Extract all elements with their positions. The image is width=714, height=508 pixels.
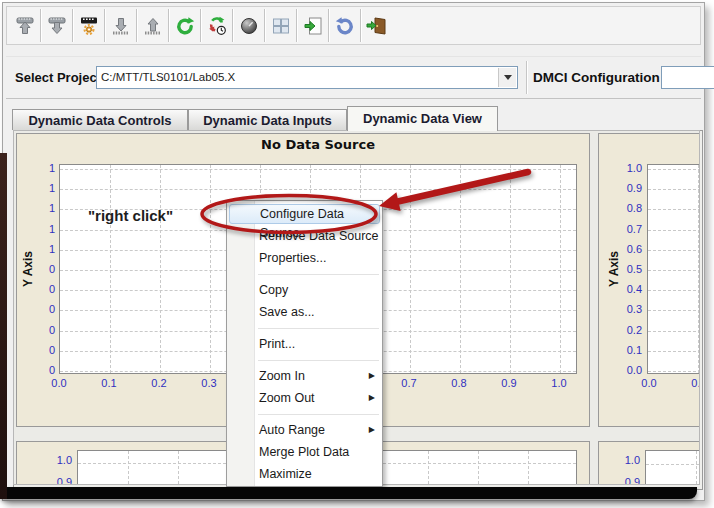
gridline-horizontal xyxy=(648,270,700,271)
menu-item-print[interactable]: Print... xyxy=(227,333,382,355)
gridline-horizontal xyxy=(648,189,700,190)
y-tick-label: 0.1 xyxy=(599,343,642,357)
y-tick-label: 1 xyxy=(17,201,55,215)
y-tick-label: 0 xyxy=(17,282,55,296)
main-toolbar xyxy=(6,6,701,45)
y-tick-label: 0.9 xyxy=(17,475,72,485)
gridline-horizontal xyxy=(648,250,700,251)
submenu-arrow-icon: ▶ xyxy=(369,419,375,441)
gridline-vertical xyxy=(696,451,697,485)
dmci-configuration-label: DMCI Configuration xyxy=(533,66,660,89)
y-tick-label: 1 xyxy=(17,242,55,256)
x-tick-label: 0.3 xyxy=(194,376,224,390)
y-tick-label: 0.6 xyxy=(599,242,642,256)
refresh-icon[interactable] xyxy=(169,9,201,42)
menu-separator xyxy=(227,269,382,279)
x-tick-label: 0.8 xyxy=(444,376,474,390)
y-tick-label: 1 xyxy=(17,161,55,175)
y-tick-label: 1.0 xyxy=(599,453,640,467)
screenshot-bottom-edge xyxy=(0,487,697,499)
tab-dynamic-data-inputs[interactable]: Dynamic Data Inputs xyxy=(188,109,347,130)
y-tick-label: 0.8 xyxy=(599,201,642,215)
read-from-memory-icon[interactable] xyxy=(137,9,169,42)
tab-dynamic-data-view[interactable]: Dynamic Data View xyxy=(347,106,498,131)
chart-panel-top-right: Y Axis 1.00.90.80.70.60.50.40.30.20.10.0… xyxy=(598,133,700,427)
arrow-up-to-device-icon[interactable] xyxy=(9,9,41,42)
y-tick-label: 0.7 xyxy=(599,222,642,236)
y-tick-label: 0.3 xyxy=(599,302,642,316)
menu-item-maximize[interactable]: Maximize xyxy=(227,463,382,485)
menu-item-zoom-out[interactable]: Zoom Out▶ xyxy=(227,387,382,409)
screenshot-left-edge xyxy=(0,153,7,499)
y-tick-label: 0.0 xyxy=(599,363,642,377)
gridline-horizontal xyxy=(648,351,700,352)
x-tick-label: 0.1 xyxy=(684,376,700,390)
y-tick-label: 0 xyxy=(17,323,55,337)
y-tick-label: 0 xyxy=(17,262,55,276)
gridline-horizontal xyxy=(60,169,576,170)
right-click-annotation-text: "right click" xyxy=(88,207,173,224)
y-tick-label: 0.2 xyxy=(599,323,642,337)
project-select-combobox[interactable]: C:/MTT/TLS0101/Lab05.X xyxy=(96,66,518,89)
gridline-horizontal xyxy=(648,310,700,311)
chart-title: No Data Source xyxy=(59,137,577,152)
gridline-vertical xyxy=(698,165,699,373)
tab-dynamic-data-controls[interactable]: Dynamic Data Controls xyxy=(12,109,188,130)
menu-item-remove-data-source[interactable]: Remove Data Source xyxy=(227,225,382,247)
project-bar: Select Project C:/MTT/TLS0101/Lab05.X DM… xyxy=(6,56,701,99)
y-tick-label: 0.9 xyxy=(599,181,642,195)
gridline-vertical xyxy=(460,165,461,373)
x-tick-label: 1.0 xyxy=(544,376,574,390)
gridline-horizontal xyxy=(648,331,700,332)
menu-item-configure-data-source[interactable]: Configure Data Source xyxy=(229,204,380,224)
y-tick-label: 1 xyxy=(17,181,55,195)
separator xyxy=(526,61,528,94)
menu-separator xyxy=(227,323,382,333)
timed-refresh-icon[interactable] xyxy=(201,9,233,42)
y-tick-label: 1.0 xyxy=(599,161,642,175)
arrow-down-from-device-icon[interactable] xyxy=(41,9,73,42)
menu-item-merge-plot-data[interactable]: Merge Plot Data xyxy=(227,441,382,463)
write-to-memory-icon[interactable] xyxy=(105,9,137,42)
gridline-vertical xyxy=(160,165,161,373)
menu-item-auto-range[interactable]: Auto Range▶ xyxy=(227,419,382,441)
context-menu: Configure Data SourceRemove Data SourceP… xyxy=(226,200,383,487)
y-tick-label: 0 xyxy=(17,302,55,316)
x-tick-label: 0.9 xyxy=(494,376,524,390)
y-tick-label: 0.4 xyxy=(599,282,642,296)
gridline-vertical xyxy=(128,451,129,485)
knob-icon[interactable] xyxy=(233,9,265,42)
menu-separator xyxy=(227,355,382,365)
gridline-horizontal xyxy=(646,464,700,465)
gridline-vertical xyxy=(528,451,529,485)
project-path-value: C:/MTT/TLS0101/Lab05.X xyxy=(101,71,235,83)
gridline-horizontal xyxy=(648,169,700,170)
y-tick-label: 0.9 xyxy=(599,475,640,485)
y-tick-label: 0 xyxy=(17,343,55,357)
dmci-configuration-field[interactable] xyxy=(661,66,714,89)
x-tick-label: 0.2 xyxy=(144,376,174,390)
x-tick-label: 0.7 xyxy=(394,376,424,390)
menu-item-zoom-in[interactable]: Zoom In▶ xyxy=(227,365,382,387)
window-grid-icon[interactable] xyxy=(265,9,297,42)
plot-area[interactable] xyxy=(645,450,700,485)
combo-dropdown-arrow-icon[interactable] xyxy=(498,68,516,87)
y-tick-label: 1.0 xyxy=(17,453,72,467)
menu-item-save-as[interactable]: Save as... xyxy=(227,301,382,323)
x-tick-label: 0.0 xyxy=(44,376,74,390)
program-device-icon[interactable] xyxy=(73,9,105,42)
gridline-horizontal xyxy=(60,189,576,190)
plot-area[interactable] xyxy=(647,164,700,374)
menu-item-copy[interactable]: Copy xyxy=(227,279,382,301)
exit-icon[interactable] xyxy=(361,9,392,42)
import-data-icon[interactable] xyxy=(297,9,329,42)
gridline-vertical xyxy=(510,165,511,373)
gridline-vertical xyxy=(178,451,179,485)
gridline-horizontal xyxy=(648,290,700,291)
menu-item-properties[interactable]: Properties... xyxy=(227,247,382,269)
reset-icon[interactable] xyxy=(329,9,361,42)
gridline-vertical xyxy=(478,451,479,485)
x-tick-label: 0.1 xyxy=(94,376,124,390)
submenu-arrow-icon: ▶ xyxy=(369,387,375,409)
gridline-horizontal xyxy=(648,209,700,210)
